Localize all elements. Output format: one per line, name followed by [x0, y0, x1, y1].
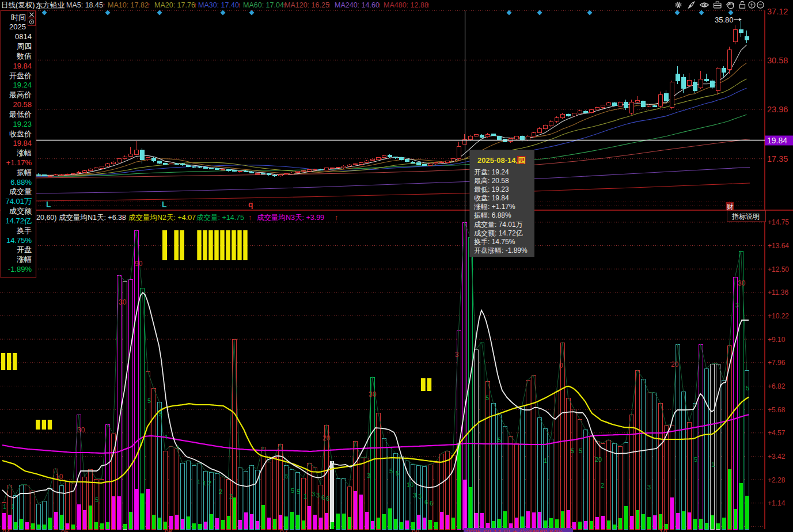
svg-text:MA10: 17.82: MA10: 17.82: [108, 1, 149, 9]
svg-text:成交额: 14.72亿: 成交额: 14.72亿: [474, 229, 523, 237]
svg-text:5: 5: [147, 397, 151, 404]
svg-text:东方铅业: 东方铅业: [36, 1, 65, 9]
svg-text:成交量: 74.01万: 成交量: 74.01万: [474, 221, 523, 229]
svg-text:成交额: 成交额: [9, 207, 32, 215]
svg-text:换手: 换手: [16, 226, 32, 235]
svg-text:最高: 20.58: 最高: 20.58: [474, 177, 509, 185]
svg-text:↑: ↑: [193, 1, 197, 9]
svg-text:q: q: [248, 200, 253, 209]
svg-text:5: 5: [498, 436, 501, 443]
svg-text:08: 08: [412, 529, 420, 532]
svg-text:5: 5: [389, 468, 393, 474]
svg-text:MA20: 17.76: MA20: 17.76: [154, 1, 195, 9]
svg-text:20,60) 成交量均N1天: +6.38: 20,60) 成交量均N1天: +6.38: [36, 214, 126, 222]
svg-text:MA30: 17.40: MA30: 17.40: [198, 1, 239, 9]
svg-text:20.58: 20.58: [13, 100, 32, 109]
svg-text:开盘涨幅: -1.89%: 开盘涨幅: -1.89%: [474, 246, 528, 254]
svg-text:5: 5: [159, 411, 162, 417]
svg-text:1: 1: [165, 434, 168, 440]
svg-text:开盘: 19.24: 开盘: 19.24: [474, 168, 509, 176]
svg-text:3: 3: [367, 472, 370, 479]
svg-text:3: 3: [316, 492, 320, 499]
svg-text:1: 1: [203, 480, 206, 487]
svg-text:财: 财: [727, 203, 734, 211]
svg-text:3: 3: [455, 351, 459, 359]
svg-text:+9.10: +9.10: [768, 336, 786, 344]
svg-text:+5.68: +5.68: [768, 406, 786, 414]
svg-text:06: 06: [165, 529, 173, 532]
svg-text:MA60: 17.04: MA60: 17.04: [243, 1, 284, 9]
svg-text:0814: 0814: [15, 32, 32, 41]
svg-text:5: 5: [95, 496, 98, 503]
svg-text:涨幅: +1.17%: 涨幅: +1.17%: [473, 203, 515, 211]
svg-text:+2.28: +2.28: [768, 476, 786, 484]
svg-text:3: 3: [413, 492, 416, 499]
svg-text:成交量均N3天: +3.99: 成交量均N3天: +3.99: [257, 214, 324, 222]
svg-text:MA240: 14.60: MA240: 14.60: [335, 1, 380, 9]
svg-text:19.23: 19.23: [13, 120, 32, 128]
svg-text:收盘价: 收盘价: [9, 130, 32, 138]
svg-text:L: L: [46, 200, 51, 209]
svg-text:2: 2: [229, 493, 233, 500]
svg-text:35.80: 35.80: [715, 16, 734, 24]
svg-text:↑: ↑: [327, 1, 331, 9]
svg-text:3: 3: [418, 493, 422, 500]
svg-text:2025: 2025: [9, 22, 26, 31]
svg-text:10: 10: [407, 481, 413, 488]
svg-text:6: 6: [430, 500, 433, 507]
svg-text:+7.96: +7.96: [768, 359, 786, 367]
svg-text:2: 2: [601, 482, 604, 489]
svg-text:5: 5: [485, 394, 489, 401]
svg-text:3: 3: [735, 302, 739, 309]
svg-text:0: 0: [559, 362, 563, 370]
svg-text:2025-08-14,四 五分涨幅69.64%: 2025-08-14,四 五分涨幅69.64%: [466, 529, 563, 532]
svg-text:MA5: 18.45: MA5: 18.45: [66, 1, 103, 9]
svg-text:14.75%: 14.75%: [6, 236, 32, 245]
svg-text:1: 1: [711, 461, 715, 468]
svg-text:↑: ↑: [377, 1, 381, 9]
svg-text:最低: 19.23: 最低: 19.23: [474, 185, 509, 193]
svg-text:6: 6: [424, 499, 428, 506]
svg-text:74.01万: 74.01万: [5, 197, 32, 206]
svg-text:1: 1: [3, 503, 6, 510]
svg-text:6.88%: 6.88%: [10, 178, 32, 187]
svg-text:5: 5: [396, 470, 399, 477]
svg-text:2025-08-14,四: 2025-08-14,四: [477, 156, 525, 165]
svg-text:+1.17%: +1.17%: [6, 158, 32, 167]
svg-text:↑: ↑: [147, 1, 150, 9]
svg-text:↑: ↑: [102, 1, 105, 9]
svg-text:5: 5: [579, 447, 582, 454]
svg-text:最低价: 最低价: [9, 110, 32, 119]
svg-text:涨幅: 涨幅: [17, 255, 32, 264]
svg-text:+13.64: +13.64: [768, 242, 789, 250]
svg-text:日线(复权): 日线(复权): [1, 1, 35, 9]
svg-text:6: 6: [321, 494, 325, 501]
svg-text:37.12: 37.12: [767, 7, 788, 16]
svg-text:5: 5: [571, 447, 574, 454]
svg-text:2: 2: [219, 488, 222, 495]
svg-text:30: 30: [77, 426, 85, 434]
svg-text:-1.89%: -1.89%: [8, 265, 32, 273]
svg-text:5: 5: [694, 456, 697, 463]
svg-text:↑: ↑: [120, 214, 124, 222]
svg-text:MA480: 12.88: MA480: 12.88: [384, 1, 428, 9]
svg-text:90: 90: [135, 260, 143, 268]
svg-text:1: 1: [197, 478, 200, 485]
svg-text:数值: 数值: [16, 52, 32, 60]
svg-text:20: 20: [595, 456, 602, 463]
svg-text:开盘: 开盘: [17, 245, 32, 254]
svg-text:+12.50: +12.50: [768, 265, 789, 273]
svg-text:1: 1: [11, 503, 14, 510]
svg-text:2: 2: [208, 480, 211, 487]
svg-text:振幅: 振幅: [17, 168, 32, 177]
svg-text:20: 20: [671, 360, 679, 368]
svg-text:20: 20: [322, 434, 331, 442]
svg-text:MA120: 16.25: MA120: 16.25: [284, 1, 329, 9]
svg-text:最高价: 最高价: [9, 90, 32, 99]
svg-text:14.72亿: 14.72亿: [5, 216, 32, 225]
svg-text:↑: ↑: [426, 1, 430, 9]
svg-text:振幅: 6.88%: 振幅: 6.88%: [474, 211, 511, 219]
svg-text:3: 3: [312, 491, 315, 497]
svg-text:30: 30: [119, 298, 127, 306]
svg-text:19.84: 19.84: [767, 136, 787, 145]
